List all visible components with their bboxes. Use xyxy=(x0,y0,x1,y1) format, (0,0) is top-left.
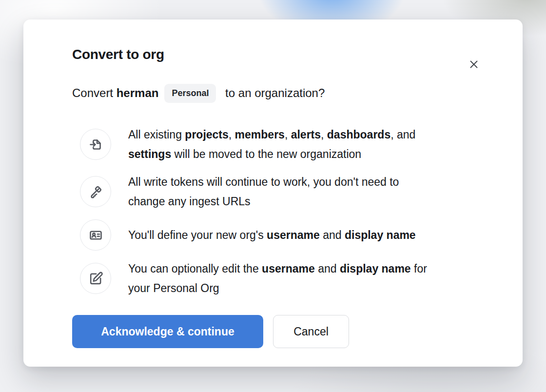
bullet-text-bold-segment: dashboards xyxy=(327,128,390,141)
question-line: Convert hermanPersonal to an organizatio… xyxy=(72,83,497,103)
bullet-text-bold-segment: alerts xyxy=(291,128,321,141)
dialog-actions: Acknowledge & continue Cancel xyxy=(72,315,497,348)
bullet-row: You can optionally edit the username and… xyxy=(80,259,497,298)
bullet-text-segment: You'll define your new org's xyxy=(128,229,267,241)
bullet-text-bold-segment: projects xyxy=(185,128,228,141)
username-text: herman xyxy=(117,83,159,103)
bullet-text-segment: , xyxy=(285,128,291,141)
bullet-text-segment: change any ingest URLs xyxy=(128,195,251,208)
x-icon xyxy=(468,58,480,71)
bullet-text-segment: , xyxy=(229,128,235,141)
bullet-text-segment: , xyxy=(321,128,327,141)
bullet-text-segment: You can optionally edit the xyxy=(128,262,262,275)
bullet-text-segment: and xyxy=(320,229,345,241)
bullet-text-segment: your Personal Org xyxy=(128,282,219,294)
bullet-text: You can optionally edit the username and… xyxy=(128,259,427,298)
bullet-text-segment: and xyxy=(315,262,340,275)
cancel-button[interactable]: Cancel xyxy=(273,315,349,348)
bullet-text: All write tokens will continue to work, … xyxy=(128,172,399,211)
bullet-text-segment: All write tokens will continue to work, … xyxy=(128,176,399,188)
bullet-text: All existing projects, members, alerts, … xyxy=(128,125,415,164)
bullet-icon-circle xyxy=(80,129,111,160)
edit-icon xyxy=(88,271,103,286)
bullet-icon-circle xyxy=(80,263,111,294)
bullet-text: You'll define your new org's username an… xyxy=(128,225,416,245)
close-button[interactable] xyxy=(467,58,481,71)
file-export-icon xyxy=(88,137,103,152)
bullet-list: All existing projects, members, alerts, … xyxy=(72,125,497,298)
bullet-text-segment: , and xyxy=(390,128,415,141)
question-suffix: to an organization? xyxy=(222,83,325,103)
id-card-icon xyxy=(88,228,103,243)
bullet-text-segment: All existing xyxy=(128,128,185,141)
bullet-text-bold-segment: username xyxy=(267,229,320,241)
bullet-text-segment: for xyxy=(411,262,427,275)
personal-badge: Personal xyxy=(164,84,216,103)
question-prefix: Convert xyxy=(72,83,117,103)
bullet-icon-circle xyxy=(80,176,111,207)
bullet-text-bold-segment: display name xyxy=(345,229,416,241)
bullet-row: All write tokens will continue to work, … xyxy=(80,172,497,211)
bullet-icon-circle xyxy=(80,219,111,251)
convert-to-org-dialog: Convert to org Convert hermanPersonal to… xyxy=(23,20,523,367)
bullet-text-bold-segment: display name xyxy=(340,262,411,275)
bullet-row: You'll define your new org's username an… xyxy=(80,219,497,251)
key-icon xyxy=(88,184,103,199)
bullet-text-segment: will be moved to the new organization xyxy=(171,148,361,160)
dialog-title: Convert to org xyxy=(72,46,497,63)
bullet-text-bold-segment: members xyxy=(235,128,285,141)
bullet-row: All existing projects, members, alerts, … xyxy=(80,125,497,164)
bullet-text-bold-segment: settings xyxy=(128,148,171,160)
acknowledge-continue-button[interactable]: Acknowledge & continue xyxy=(72,315,263,348)
bullet-text-bold-segment: username xyxy=(262,262,315,275)
